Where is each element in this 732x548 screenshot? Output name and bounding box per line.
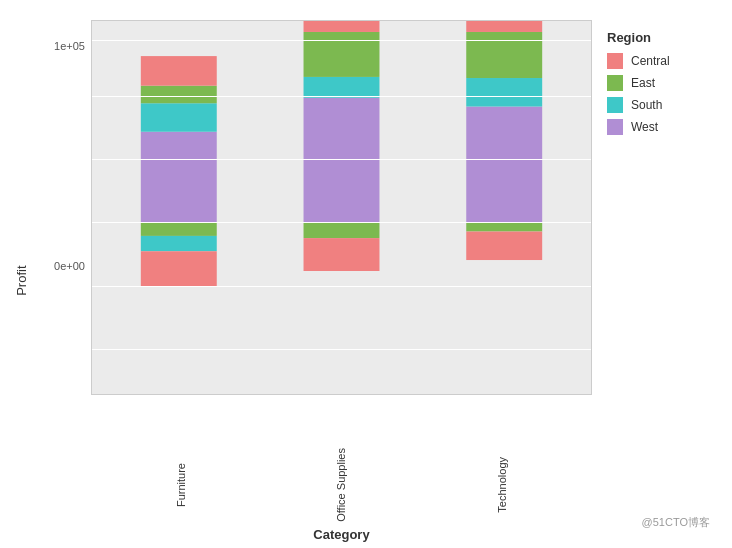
legend-color-east bbox=[607, 75, 623, 91]
plot-area bbox=[91, 20, 592, 395]
chart-wrapper: Profit 1e+05 0e+00 -1e+05 bbox=[10, 20, 722, 538]
y-tick-top: 1e+05 bbox=[54, 40, 85, 52]
x-label-furniture: Furniture bbox=[141, 445, 221, 525]
legend-label-west: West bbox=[631, 120, 658, 134]
chart-area: Profit 1e+05 0e+00 -1e+05 bbox=[10, 20, 722, 542]
y-tick-middle: 0e+00 bbox=[54, 260, 85, 272]
grid-line-lower bbox=[92, 286, 591, 287]
legend-label-south: South bbox=[631, 98, 662, 112]
grid-line-upper bbox=[92, 96, 591, 97]
legend-item-central: Central bbox=[607, 53, 712, 69]
grid-lines bbox=[92, 21, 591, 394]
x-axis-title: Category bbox=[91, 527, 592, 542]
grid-line-mid bbox=[92, 159, 591, 160]
x-label-technology: Technology bbox=[462, 445, 542, 525]
grid-line-top bbox=[92, 40, 591, 41]
x-axis-labels: Furniture Office Supplies Technology bbox=[91, 445, 592, 525]
legend-item-south: South bbox=[607, 97, 712, 113]
plot-and-legend: Furniture Office Supplies Technology Cat… bbox=[91, 20, 722, 542]
legend-color-west bbox=[607, 119, 623, 135]
legend-item-east: East bbox=[607, 75, 712, 91]
grid-line-bottom bbox=[92, 349, 591, 350]
chart-container: Profit 1e+05 0e+00 -1e+05 bbox=[0, 0, 732, 548]
grid-line-zero bbox=[92, 222, 591, 223]
watermark: @51CTO博客 bbox=[642, 515, 710, 530]
legend-color-south bbox=[607, 97, 623, 113]
legend-label-east: East bbox=[631, 76, 655, 90]
legend-label-central: Central bbox=[631, 54, 670, 68]
legend-title: Region bbox=[607, 30, 712, 45]
y-axis-label: Profit bbox=[10, 20, 29, 542]
legend-color-central bbox=[607, 53, 623, 69]
legend: Region Central East South bbox=[592, 20, 722, 492]
x-label-officesupplies: Office Supplies bbox=[301, 445, 381, 525]
legend-item-west: West bbox=[607, 119, 712, 135]
y-axis: 1e+05 0e+00 -1e+05 bbox=[31, 20, 91, 542]
